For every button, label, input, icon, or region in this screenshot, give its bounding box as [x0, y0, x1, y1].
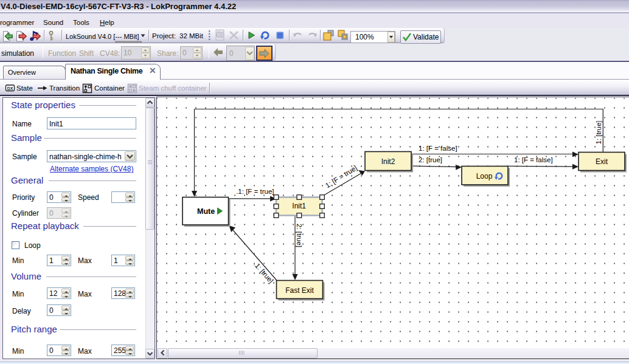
- svg-text:1: [true]: 1: [true]: [595, 120, 602, 144]
- svg-text:Exit: Exit: [596, 157, 608, 166]
- svg-text:1: [F = false]: 1: [F = false]: [419, 144, 457, 151]
- svg-text:Init2: Init2: [381, 157, 395, 165]
- svg-text:Fast Exit: Fast Exit: [285, 286, 314, 294]
- svg-text:Loop: Loop: [476, 171, 493, 180]
- svg-text:.1: [F = true]: .1: [F = true]: [236, 187, 274, 194]
- svg-text:Mute: Mute: [197, 207, 215, 216]
- svg-text:DX: DX: [7, 86, 13, 91]
- svg-text:2: [true]: 2: [true]: [419, 156, 442, 163]
- svg-text:2: [true]: 2: [true]: [296, 224, 303, 247]
- svg-text:1: [F = false]: 1: [F = false]: [514, 156, 553, 163]
- svg-text:Init1: Init1: [292, 202, 306, 210]
